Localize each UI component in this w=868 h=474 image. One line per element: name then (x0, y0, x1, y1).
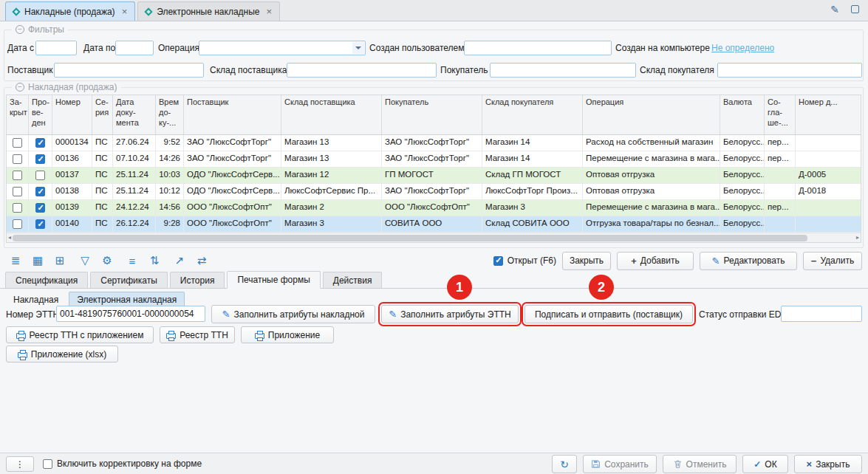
supplier-warehouse-input[interactable] (287, 63, 437, 78)
column-header[interactable]: Се- рия (92, 95, 113, 134)
subtab-invoice[interactable]: Накладная (5, 292, 66, 307)
column-header[interactable]: Со- гла- ше-... (765, 95, 796, 134)
invoice-row-00140[interactable]: 00140ПС26.12.249:28ООО "ЛюксСофтОпт"Мага… (7, 216, 861, 233)
closed-checkbox[interactable] (13, 187, 22, 196)
column-header[interactable]: Номер д... (796, 95, 861, 134)
collapse-icon[interactable]: − (16, 83, 24, 92)
group-list-icon[interactable]: ≡ (123, 252, 142, 269)
column-header[interactable]: Склад покупателя (482, 95, 583, 134)
pencil-icon: ✎ (712, 256, 720, 266)
column-header[interactable]: Про- ве- ден (29, 95, 52, 134)
open-f6-checkbox[interactable]: Открыт (F6) (493, 255, 556, 266)
invoice-row-00137[interactable]: 00137ПС25.11.2410:03ОДО "ЛюксСофтСерв...… (7, 168, 861, 184)
registry-ttn-with-attachment-button[interactable]: Реестр ТТН с приложением (6, 326, 154, 343)
add-button[interactable]: + Добавить (617, 252, 694, 270)
button-label: Приложение (268, 330, 320, 340)
subtab-electronic-invoice[interactable]: Электронная накладная (69, 292, 185, 307)
supplier-input[interactable] (54, 63, 204, 78)
date-from-input[interactable] (35, 41, 77, 55)
chevron-down-icon (352, 42, 364, 54)
operation-select[interactable] (199, 41, 366, 55)
buyer-input[interactable] (490, 63, 636, 78)
cancel-button[interactable]: Отменить (663, 455, 737, 473)
posted-checkbox[interactable] (35, 203, 45, 213)
created-by-input[interactable] (464, 41, 612, 55)
closed-checkbox[interactable] (13, 138, 22, 148)
edit-layout-icon[interactable]: ✎ (830, 4, 839, 15)
fullscreen-icon[interactable] (851, 4, 859, 15)
tab-specification[interactable]: Спецификация (5, 272, 88, 288)
enable-correction-checkbox[interactable]: Включить корректировку на форме (43, 458, 202, 469)
closed-checkbox[interactable] (13, 154, 22, 164)
attachment-xlsx-button[interactable]: Приложение (xlsx) (6, 346, 118, 363)
column-header[interactable]: Поставщик (184, 95, 281, 134)
posted-cell (29, 135, 52, 151)
enable-correction-checkbox-box[interactable] (43, 459, 52, 469)
closed-checkbox[interactable] (13, 219, 22, 229)
save-button[interactable]: Сохранить (583, 455, 657, 473)
grid-group-header[interactable]: − Накладная (продажа) (12, 82, 121, 92)
calendar-icon[interactable]: ⊞ (50, 252, 69, 269)
refresh-button[interactable]: ↻ (552, 455, 577, 473)
cell: Магазин 14 (482, 151, 583, 167)
filters-group-header[interactable]: − Фильтры (12, 24, 68, 35)
ettn-number-input[interactable] (56, 306, 205, 322)
scroll-right-icon[interactable]: ▸ (856, 235, 859, 241)
column-header[interactable]: Врем до- ку-... (156, 95, 184, 134)
posted-checkbox[interactable] (35, 154, 45, 164)
created-on-computer-link[interactable]: Не определено (711, 41, 774, 55)
sign-and-send-button[interactable]: Подписать и отправить (поставщик) (524, 305, 693, 323)
closed-checkbox[interactable] (13, 171, 22, 180)
close-tab-icon[interactable]: × (122, 7, 128, 16)
ok-button[interactable]: ✓ ОК (742, 455, 788, 473)
close-record-button[interactable]: Закрыть (562, 252, 611, 270)
sync-icon[interactable]: ⇄ (192, 252, 211, 269)
sort-icon[interactable]: ⇅ (145, 252, 164, 269)
view-grid-icon[interactable]: ▦ (28, 252, 47, 269)
open-f6-checkbox-box[interactable] (493, 256, 503, 266)
edit-button[interactable]: ✎ Редактировать (700, 252, 797, 270)
tab-print-forms[interactable]: Печатные формы (227, 271, 320, 289)
registry-ttn-button[interactable]: Реестр ТТН (160, 326, 235, 343)
date-to-input[interactable] (115, 41, 154, 55)
tab-certificates[interactable]: Сертификаты (90, 272, 168, 288)
invoice-row-00138[interactable]: 00138ПС25.11.2410:12ОДО "ЛюксСофтСерв...… (7, 184, 861, 200)
settings-icon[interactable]: ⚙ (98, 252, 117, 269)
column-header[interactable]: Дата доку- мента (113, 95, 156, 134)
filter-icon[interactable]: ▽ (75, 252, 95, 269)
close-form-button[interactable]: × Закрыть (794, 455, 862, 473)
more-menu-button[interactable]: ⋮ (6, 456, 34, 472)
delete-button[interactable]: − Удалить (803, 252, 862, 270)
column-header[interactable]: Номер (52, 95, 92, 134)
column-header[interactable]: Покупатель (382, 95, 482, 134)
posted-checkbox[interactable] (35, 187, 45, 196)
fill-ettn-attributes-button[interactable]: ✎ Заполнить атрибуты ЭТТН (381, 305, 519, 323)
view-list-icon[interactable]: ≣ (6, 252, 25, 269)
column-header[interactable]: За- крыт (7, 95, 29, 134)
invoice-row-0000134[interactable]: 0000134ПС27.06.249:52ЗАО "ЛюксСофтТорг"М… (7, 135, 861, 151)
tab-actions[interactable]: Действия (323, 272, 383, 288)
closed-cell (7, 184, 29, 199)
column-header[interactable]: Склад поставщика (281, 95, 382, 134)
posted-checkbox[interactable] (35, 171, 45, 180)
invoice-row-00139[interactable]: 00139ПС24.12.2414:56ООО "ЛюксСофтОпт"Маг… (7, 200, 861, 216)
column-header[interactable]: Операция (583, 95, 720, 134)
close-tab-icon[interactable]: × (267, 7, 273, 16)
attachment-button[interactable]: Приложение (241, 326, 334, 343)
edi-status-input[interactable] (781, 306, 862, 322)
posted-checkbox[interactable] (35, 219, 45, 229)
closed-checkbox[interactable] (13, 203, 22, 213)
horizontal-scrollbar[interactable]: ◂ ▸ (7, 233, 861, 242)
invoice-row-00136[interactable]: 00136ПС07.10.2414:26ЗАО "ЛюксСофтТорг"Ма… (7, 151, 861, 168)
posted-checkbox[interactable] (35, 138, 45, 148)
collapse-icon[interactable]: − (16, 25, 24, 34)
fill-invoice-attributes-button[interactable]: ✎ Заполнить атрибуты накладной (211, 305, 375, 323)
tab-history[interactable]: История (170, 272, 225, 288)
buyer-warehouse-input[interactable] (717, 63, 862, 78)
scrollbar-thumb[interactable] (13, 235, 807, 241)
tab-electronic-invoices[interactable]: Электронные накладные × (137, 1, 280, 21)
tab-invoices-sale[interactable]: Накладные (продажа) × (5, 1, 135, 21)
export-icon[interactable]: ↗ (170, 252, 189, 269)
scroll-left-icon[interactable]: ◂ (8, 235, 11, 241)
column-header[interactable]: Валюта (720, 95, 765, 134)
